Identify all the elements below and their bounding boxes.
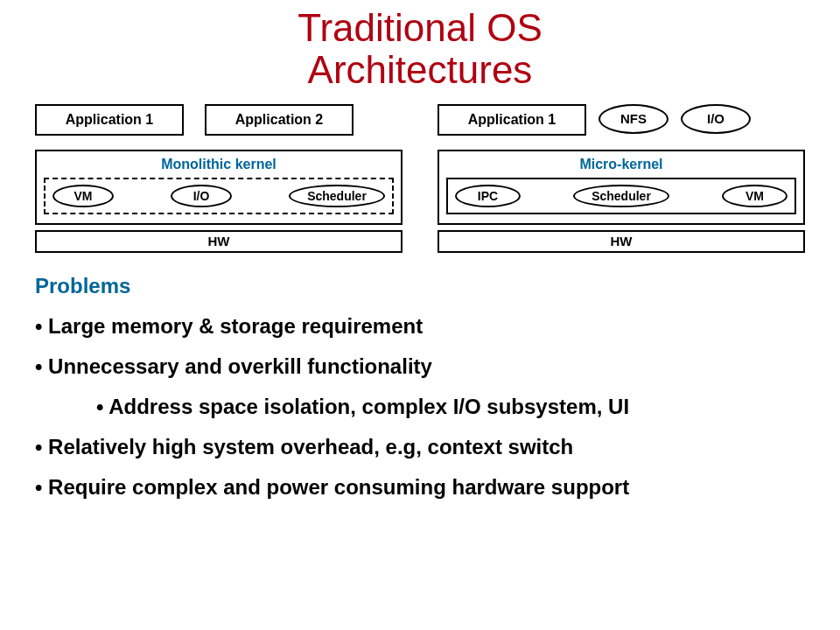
problems-heading: Problems: [35, 274, 805, 298]
monolithic-components: VM I/O Scheduler: [44, 178, 394, 214]
monolithic-kernel-box: Monolithic kernel VM I/O Scheduler: [35, 150, 402, 225]
app-box-1: Application 1: [35, 104, 184, 136]
scheduler-chip-right: Scheduler: [573, 185, 669, 207]
app-box-2: Application 2: [205, 104, 354, 136]
microkernel-components: IPC Scheduler VM: [446, 178, 796, 214]
bullet-3: Relatively high system overhead, e.g, co…: [35, 435, 805, 459]
hw-box-left: HW: [35, 230, 402, 253]
vm-chip-right: VM: [722, 185, 788, 207]
microkernel-box: Micro-kernel IPC Scheduler VM: [438, 150, 805, 225]
scheduler-chip: Scheduler: [289, 185, 385, 207]
title-line-2: Architectures: [308, 48, 533, 91]
slide-title: Traditional OS Architectures: [0, 0, 840, 92]
ipc-chip: IPC: [455, 185, 521, 207]
app-box-right: Application 1: [438, 104, 586, 136]
nfs-oval: NFS: [598, 104, 668, 134]
microkernel-top-row: Application 1 NFS I/O: [438, 104, 805, 137]
microkernel-label: Micro-kernel: [579, 157, 662, 172]
io-chip: I/O: [171, 185, 232, 207]
bullet-1: Large memory & storage requirement: [35, 314, 805, 339]
io-oval: I/O: [681, 104, 751, 134]
bullet-2: Unnecessary and overkill functionality: [35, 354, 805, 379]
bullet-4: Require complex and power consuming hard…: [35, 475, 805, 500]
problems-section: Problems Large memory & storage requirem…: [0, 253, 840, 500]
title-line-1: Traditional OS: [298, 6, 542, 49]
architecture-diagrams: Application 1 Application 2 Monolithic k…: [0, 92, 840, 253]
monolithic-kernel-label: Monolithic kernel: [161, 157, 276, 172]
hw-box-right: HW: [438, 230, 805, 253]
monolithic-architecture: Application 1 Application 2 Monolithic k…: [35, 104, 402, 253]
bullet-2a: Address space isolation, complex I/O sub…: [35, 395, 805, 419]
microkernel-architecture: Application 1 NFS I/O Micro-kernel IPC S…: [438, 104, 805, 253]
vm-chip: VM: [52, 185, 114, 207]
monolithic-top-row: Application 1 Application 2: [35, 104, 402, 137]
